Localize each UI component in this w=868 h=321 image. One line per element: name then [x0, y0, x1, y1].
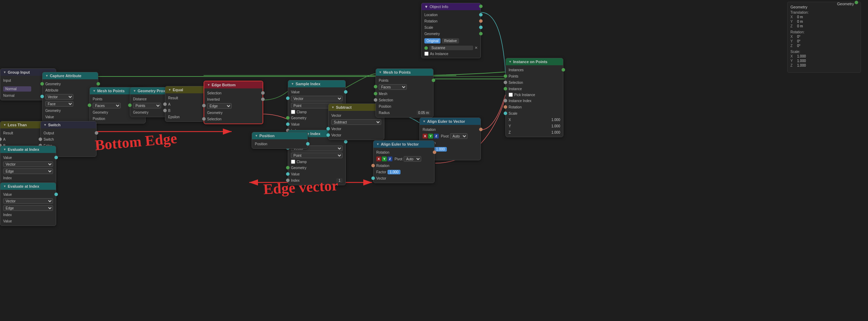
si1-vec-select[interactable]: Vector: [291, 96, 343, 101]
ae1-x-btn[interactable]: X: [423, 134, 428, 139]
collapse-icon-8[interactable]: ▼: [44, 123, 47, 127]
ei1-val-out[interactable]: [54, 156, 58, 159]
ei1-vec-select[interactable]: Vector: [3, 161, 53, 167]
ae2-rot2-in[interactable]: [371, 164, 375, 167]
oi-scale-out[interactable]: [479, 26, 483, 29]
si1-vec-in[interactable]: [286, 96, 290, 100]
oi-loc-out[interactable]: [479, 13, 483, 16]
oi-geo-out[interactable]: [479, 32, 483, 35]
sub-vec1-in[interactable]: [326, 127, 330, 131]
sw-out-socket[interactable]: [95, 131, 98, 135]
collapse-icon-13[interactable]: ▼: [255, 134, 258, 138]
iop-idx-in[interactable]: [504, 99, 507, 102]
ae2-y-btn[interactable]: Y: [382, 156, 387, 161]
collapse-icon-7[interactable]: ▼: [3, 123, 6, 127]
si2-val2-in[interactable]: [286, 172, 290, 176]
normal-value[interactable]: Normal: [3, 86, 31, 92]
collapse-icon-18[interactable]: ▼: [424, 5, 428, 9]
collapse-icon-2[interactable]: ▼: [45, 74, 48, 78]
collapse-icon-15[interactable]: ▼: [379, 71, 382, 74]
mtp1-faces-in[interactable]: [88, 103, 91, 107]
si1-clamp-check[interactable]: [291, 110, 295, 114]
collapse-icon-9[interactable]: ▼: [3, 148, 6, 151]
collapse-icon-11[interactable]: ▼: [291, 82, 294, 86]
geo-top-socket[interactable]: [855, 1, 858, 5]
si1-val2-in[interactable]: [286, 122, 290, 126]
si2-val-out[interactable]: [344, 140, 347, 143]
iop-rot-in[interactable]: [504, 105, 507, 109]
ae1-rot-out[interactable]: [479, 128, 483, 131]
iop-pts-in[interactable]: [504, 74, 507, 78]
iop-pick-check[interactable]: [509, 93, 513, 97]
si2-pt-select[interactable]: Point: [291, 153, 343, 158]
ae2-x-btn[interactable]: X: [376, 156, 381, 161]
eq-b-in[interactable]: [163, 109, 167, 112]
iop-scale-in[interactable]: [504, 112, 507, 115]
collapse-icon[interactable]: ▼: [3, 71, 6, 74]
eb-sel-out[interactable]: [261, 91, 265, 95]
ca-vec-in-socket[interactable]: [40, 95, 44, 98]
collapse-icon-19[interactable]: ▼: [509, 60, 512, 63]
mtp2-pts-out[interactable]: [432, 79, 435, 82]
ei2-edge-select[interactable]: Edge: [3, 205, 53, 211]
ae2-rot-out[interactable]: [433, 151, 436, 154]
collapse-icon-10[interactable]: ▼: [3, 185, 6, 188]
oi-as-inst-check[interactable]: [424, 52, 429, 56]
ae1-y-btn[interactable]: Y: [428, 134, 433, 139]
mtp2-mesh-in[interactable]: [374, 92, 377, 95]
sub-op-select[interactable]: Subtract: [331, 119, 381, 125]
oi-obj-name[interactable]: Suzanne: [429, 46, 473, 50]
mtp1-faces-select[interactable]: Faces: [93, 103, 121, 108]
ca-vec-select[interactable]: Vector: [45, 94, 73, 100]
oi-obj-clear[interactable]: ✕: [475, 46, 478, 50]
ae2-factor-val[interactable]: 1.000: [387, 170, 400, 174]
collapse-icon-3[interactable]: ▼: [93, 89, 96, 93]
ae1-z-btn[interactable]: Z: [434, 134, 439, 139]
mtp2-sel-in[interactable]: [374, 98, 377, 102]
pos-out[interactable]: [306, 142, 310, 146]
si1-val-out[interactable]: [344, 90, 347, 94]
oi-rot-out[interactable]: [479, 19, 483, 23]
oi-original-btn[interactable]: Original: [424, 38, 440, 44]
iop-inst2-in[interactable]: [504, 87, 507, 91]
ae1-pivot-select[interactable]: Auto: [450, 133, 468, 139]
collapse-icon-14[interactable]: ▼: [331, 106, 334, 109]
mtp2-faces-in[interactable]: [374, 85, 377, 88]
ca-face-select[interactable]: Face: [45, 101, 73, 107]
eq-a-in[interactable]: [163, 102, 167, 106]
sw-sw-in[interactable]: [39, 138, 42, 141]
mtp2-faces-select[interactable]: Faces: [379, 84, 407, 90]
ei2-vec-select[interactable]: Vector: [3, 198, 53, 204]
gp-pts-in[interactable]: [128, 103, 132, 107]
eb-edge-select[interactable]: Edge: [207, 103, 232, 109]
geo-top-out[interactable]: [855, 1, 858, 4]
iop-inst-out[interactable]: [562, 68, 565, 72]
collapse-icon-6[interactable]: ▼: [207, 83, 210, 87]
ae2-pivot-select[interactable]: Auto: [404, 156, 421, 162]
ae2-vec-in[interactable]: [371, 176, 375, 180]
ei2-val-out[interactable]: [54, 193, 58, 196]
si2-clamp-check[interactable]: [291, 160, 295, 164]
oi-obj-in[interactable]: [479, 5, 483, 8]
collapse-icon-16[interactable]: ▼: [423, 120, 426, 123]
eb-sel2-in[interactable]: [202, 117, 206, 121]
eb-edge-in[interactable]: [202, 104, 206, 107]
sub-vec2-in[interactable]: [326, 133, 330, 137]
lt-a-in[interactable]: [0, 138, 2, 141]
collapse-icon-4[interactable]: ▼: [133, 89, 136, 93]
ae1-factor-val[interactable]: 1.000: [434, 147, 447, 152]
ei1-edge-select[interactable]: Edge: [3, 168, 53, 174]
eb-inv-out[interactable]: [261, 98, 265, 101]
collapse-icon-17[interactable]: ▼: [376, 142, 379, 146]
ca-geo-in-socket[interactable]: [40, 82, 44, 86]
collapse-icon-5[interactable]: ▼: [168, 88, 171, 92]
iop-sel-in[interactable]: [504, 81, 507, 84]
ca-geo-out-socket[interactable]: [97, 82, 100, 86]
si2-idx-in[interactable]: [286, 179, 290, 182]
ae2-z-btn[interactable]: Z: [387, 156, 392, 161]
si2-geo-in[interactable]: [286, 166, 290, 169]
si2-pt-row: Point: [288, 152, 345, 159]
gp-pts-select[interactable]: Points: [133, 103, 161, 108]
oi-relative-btn[interactable]: Relative: [442, 38, 459, 44]
si1-geo-in[interactable]: [286, 116, 290, 120]
